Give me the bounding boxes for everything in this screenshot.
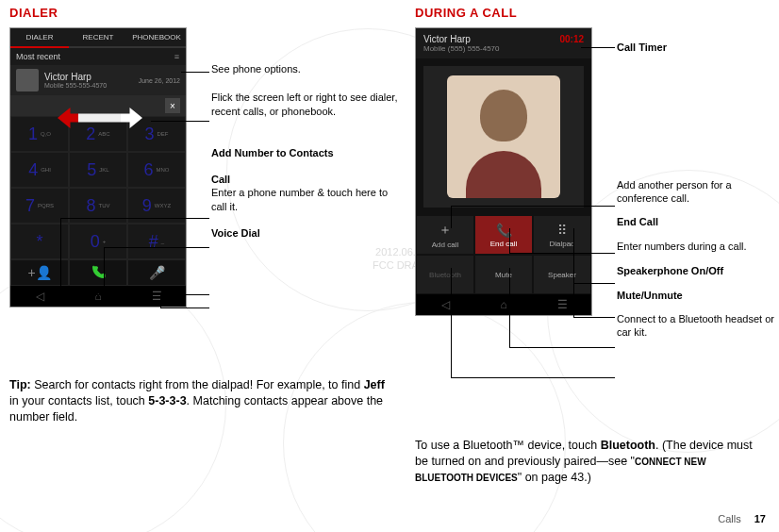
key-4[interactable]: 4GHI [10,152,69,188]
call-button[interactable] [69,259,127,286]
recent-contact-row[interactable]: Victor Harp Mobile 555-555-4570 June 26,… [10,65,186,95]
callout-dialpad: Enter numbers during a call. [617,241,777,254]
clear-icon[interactable]: × [165,98,180,113]
callout-flick: Flick the screen left or right to see di… [211,91,400,118]
tip-paragraph: Tip: Search for contacts right from the … [9,364,387,425]
callout-timer: Call Timer [617,42,777,55]
most-recent-label: Most recent [16,52,60,61]
number-field[interactable]: × [10,95,186,116]
nav-recent[interactable]: ☰ [127,286,186,307]
key-hash[interactable]: #_ [127,224,186,259]
voice-dial-button[interactable]: 🎤 [127,259,186,286]
incall-name: Victor Harp [423,34,500,44]
dialpad-icon: ⠿ [557,223,567,238]
tab-phonebook[interactable]: PHONEBOOK [127,28,186,48]
tab-recent[interactable]: RECENT [69,28,127,48]
add-call-button[interactable]: ＋Add call [416,215,474,255]
plus-icon: ＋ [439,222,452,239]
callout-options: See phone options. [211,62,400,75]
nav-home-2[interactable]: ⌂ [474,294,533,315]
key-5[interactable]: 5JKL [69,152,127,188]
incall-phone-mock: Victor Harp Mobile (555) 555-4570 00:12 … [415,27,592,316]
call-timer: 00:12 [559,34,584,44]
callout-voice-dial: Voice Dial [211,226,400,240]
nav-home[interactable]: ⌂ [69,286,127,307]
tab-dialer[interactable]: DIALER [10,28,69,48]
callout-add-person: Add another person for a conference call… [617,179,777,206]
bluetooth-paragraph: To use a Bluetooth™ device, touch Blueto… [415,421,764,486]
nav-back-2[interactable]: ◁ [416,294,474,315]
speaker-button[interactable]: Speaker [533,255,591,294]
dialpad-button[interactable]: ⠿Dialpad [533,215,591,255]
contact-date: June 26, 2012 [139,77,180,84]
bluetooth-button[interactable]: Bluetooth [416,255,474,294]
keypad: 1Q,O 2ABC 3DEF 4GHI 5JKL 6MNO 7PQRS 8TUV… [10,116,186,259]
caller-photo [423,66,584,208]
contact-name: Victor Harp [44,72,133,82]
incall-number: Mobile (555) 555-4570 [423,44,500,53]
key-0[interactable]: 0+ [69,224,127,259]
callout-end-call: End Call [617,216,777,229]
options-icon[interactable]: ≡ [174,52,180,61]
callout-mute: Mute/Unmute [617,290,777,303]
dialer-phone-mock: DIALER RECENT PHONEBOOK Most recent ≡ Vi… [9,27,187,308]
avatar [16,69,39,91]
section-title-dialer: DIALER [9,6,387,20]
callout-speaker: Speakerphone On/Off [617,265,777,278]
page-footer: Calls17 [718,513,766,524]
mute-button[interactable]: Mute [474,255,533,294]
end-call-button[interactable]: 📞End call [474,215,533,255]
callout-call: Call Enter a phone number & touch here t… [211,173,400,213]
key-1[interactable]: 1Q,O [10,116,69,152]
callout-bluetooth: Connect to a Bluetooth headset or car ki… [617,313,777,340]
section-title-during-call: DURING A CALL [415,6,773,20]
contact-number: Mobile 555-555-4570 [44,82,133,89]
key-6[interactable]: 6MNO [127,152,186,188]
callout-add-contact: Add Number to Contacts [211,146,400,159]
nav-recent-2[interactable]: ☰ [533,294,591,315]
